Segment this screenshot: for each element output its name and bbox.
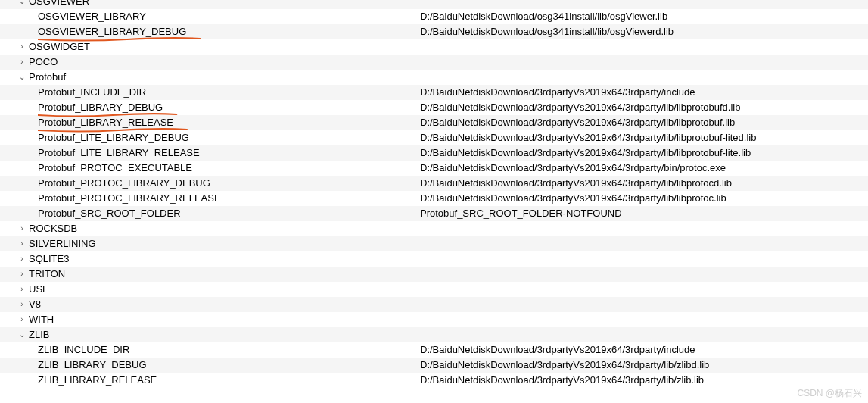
tree-row[interactable]: ›TRITON xyxy=(0,267,868,282)
row-value-cell[interactable]: D:/BaiduNetdiskDownload/3rdpartyVs2019x6… xyxy=(420,161,868,176)
row-name-label: Protobuf xyxy=(29,70,66,85)
tree-row[interactable]: ›SQLITE3 xyxy=(0,251,868,267)
chevron-right-icon[interactable]: › xyxy=(17,297,27,312)
row-value-cell[interactable]: D:/BaiduNetdiskDownload/3rdpartyVs2019x6… xyxy=(420,176,868,191)
row-name-label: Protobuf_PROTOC_LIBRARY_RELEASE xyxy=(38,191,221,206)
row-name-label: TRITON xyxy=(29,267,65,282)
row-name-label: OSGVIEWER xyxy=(29,0,89,9)
row-name-label: Protobuf_INCLUDE_DIR xyxy=(38,85,146,100)
tree-row[interactable]: ›SILVERLINING xyxy=(0,236,868,251)
tree-row[interactable]: ZLIB_INCLUDE_DIRD:/BaiduNetdiskDownload/… xyxy=(0,342,868,358)
row-name-label: Protobuf_LIBRARY_DEBUG xyxy=(38,100,163,115)
row-value-cell[interactable]: D:/BaiduNetdiskDownload/3rdpartyVs2019x6… xyxy=(420,358,868,373)
chevron-down-icon[interactable]: ⌄ xyxy=(17,327,27,342)
chevron-right-icon[interactable]: › xyxy=(17,55,27,70)
tree-row[interactable]: Protobuf_INCLUDE_DIRD:/BaiduNetdiskDownl… xyxy=(0,85,868,100)
chevron-right-icon[interactable]: › xyxy=(17,267,27,282)
row-name-label: OSGWIDGET xyxy=(29,39,90,55)
row-value-cell[interactable]: D:/BaiduNetdiskDownload/3rdpartyVs2019x6… xyxy=(420,115,868,130)
row-name-label: POCO xyxy=(29,55,58,70)
row-value-cell[interactable]: D:/BaiduNetdiskDownload/3rdpartyVs2019x6… xyxy=(420,100,868,115)
row-value-cell[interactable]: D:/BaiduNetdiskDownload/3rdpartyVs2019x6… xyxy=(420,130,868,145)
row-name-label: V8 xyxy=(29,297,41,312)
row-name-label: SILVERLINING xyxy=(29,236,96,251)
row-name-label: Protobuf_SRC_ROOT_FOLDER xyxy=(38,206,181,221)
tree-row[interactable]: Protobuf_LIBRARY_RELEASED:/BaiduNetdiskD… xyxy=(0,115,868,130)
row-name-label: ZLIB xyxy=(29,327,49,342)
row-name-label: USE xyxy=(29,282,49,297)
row-name-label: ZLIB_LIBRARY_RELEASE xyxy=(38,373,157,388)
tree-row[interactable]: ›USE xyxy=(0,282,868,297)
row-value-cell[interactable]: D:/BaiduNetdiskDownload/3rdpartyVs2019x6… xyxy=(420,342,868,358)
chevron-right-icon[interactable]: › xyxy=(17,39,27,55)
tree-row[interactable]: Protobuf_PROTOC_EXECUTABLED:/BaiduNetdis… xyxy=(0,161,868,176)
tree-row[interactable]: OSGVIEWER_LIBRARY_DEBUGD:/BaiduNetdiskDo… xyxy=(0,24,868,39)
chevron-right-icon[interactable]: › xyxy=(17,282,27,297)
cmake-config-tree: ›OSGUTIL⌄OSGVIEWER OSGVIEWER_LIBRARYD:/B… xyxy=(0,0,868,388)
tree-row[interactable]: Protobuf_PROTOC_LIBRARY_RELEASED:/BaiduN… xyxy=(0,191,868,206)
row-name-label: ZLIB_INCLUDE_DIR xyxy=(38,342,129,358)
row-name-label: OSGVIEWER_LIBRARY xyxy=(38,9,146,24)
row-value-cell[interactable]: D:/BaiduNetdiskDownload/3rdpartyVs2019x6… xyxy=(420,373,868,388)
row-value-cell[interactable]: D:/BaiduNetdiskDownload/3rdpartyVs2019x6… xyxy=(420,85,868,100)
tree-row[interactable]: Protobuf_LITE_LIBRARY_RELEASED:/BaiduNet… xyxy=(0,145,868,161)
row-name-label: Protobuf_LITE_LIBRARY_DEBUG xyxy=(38,130,189,145)
tree-row[interactable]: ›POCO xyxy=(0,55,868,70)
tree-row[interactable]: ⌄ZLIB xyxy=(0,327,868,342)
tree-row[interactable]: Protobuf_LIBRARY_DEBUGD:/BaiduNetdiskDow… xyxy=(0,100,868,115)
tree-row[interactable]: ›V8 xyxy=(0,297,868,312)
row-value-cell[interactable]: D:/BaiduNetdiskDownload/3rdpartyVs2019x6… xyxy=(420,191,868,206)
chevron-right-icon[interactable]: › xyxy=(17,236,27,251)
row-name-label: OSGVIEWER_LIBRARY_DEBUG xyxy=(38,24,186,39)
tree-row[interactable]: OSGVIEWER_LIBRARYD:/BaiduNetdiskDownload… xyxy=(0,9,868,24)
row-name-label: Protobuf_LITE_LIBRARY_RELEASE xyxy=(38,145,200,161)
row-name-label: Protobuf_PROTOC_LIBRARY_DEBUG xyxy=(38,176,210,191)
tree-row[interactable]: ZLIB_LIBRARY_RELEASED:/BaiduNetdiskDownl… xyxy=(0,373,868,388)
tree-row[interactable]: Protobuf_PROTOC_LIBRARY_DEBUGD:/BaiduNet… xyxy=(0,176,868,191)
row-name-label: ZLIB_LIBRARY_DEBUG xyxy=(38,358,147,373)
chevron-down-icon[interactable]: ⌄ xyxy=(17,0,27,9)
row-value-cell[interactable]: Protobuf_SRC_ROOT_FOLDER-NOTFOUND xyxy=(420,206,868,221)
row-name-label: SQLITE3 xyxy=(29,251,69,267)
tree-row[interactable]: Protobuf_SRC_ROOT_FOLDERProtobuf_SRC_ROO… xyxy=(0,206,868,221)
row-name-label: Protobuf_LIBRARY_RELEASE xyxy=(38,115,173,130)
row-name-label: Protobuf_PROTOC_EXECUTABLE xyxy=(38,161,192,176)
row-name-label: ROCKSDB xyxy=(29,221,77,236)
row-value-cell[interactable]: D:/BaiduNetdiskDownload/3rdpartyVs2019x6… xyxy=(420,145,868,161)
row-value-cell[interactable]: D:/BaiduNetdiskDownload/osg341install/li… xyxy=(420,24,868,39)
tree-row[interactable]: Protobuf_LITE_LIBRARY_DEBUGD:/BaiduNetdi… xyxy=(0,130,868,145)
row-value-cell[interactable]: D:/BaiduNetdiskDownload/osg341install/li… xyxy=(420,9,868,24)
tree-row[interactable]: ›WITH xyxy=(0,312,868,327)
tree-row[interactable]: ›OSGWIDGET xyxy=(0,39,868,55)
tree-row[interactable]: ⌄Protobuf xyxy=(0,70,868,85)
chevron-down-icon[interactable]: ⌄ xyxy=(17,70,27,85)
tree-row[interactable]: ZLIB_LIBRARY_DEBUGD:/BaiduNetdiskDownloa… xyxy=(0,358,868,373)
tree-row[interactable]: ›ROCKSDB xyxy=(0,221,868,236)
watermark-text: CSDN @杨石兴 xyxy=(797,387,862,400)
row-name-label: WITH xyxy=(29,312,54,327)
tree-row[interactable]: ⌄OSGVIEWER xyxy=(0,0,868,9)
chevron-right-icon[interactable]: › xyxy=(17,251,27,267)
chevron-right-icon[interactable]: › xyxy=(17,221,27,236)
chevron-right-icon[interactable]: › xyxy=(17,312,27,327)
